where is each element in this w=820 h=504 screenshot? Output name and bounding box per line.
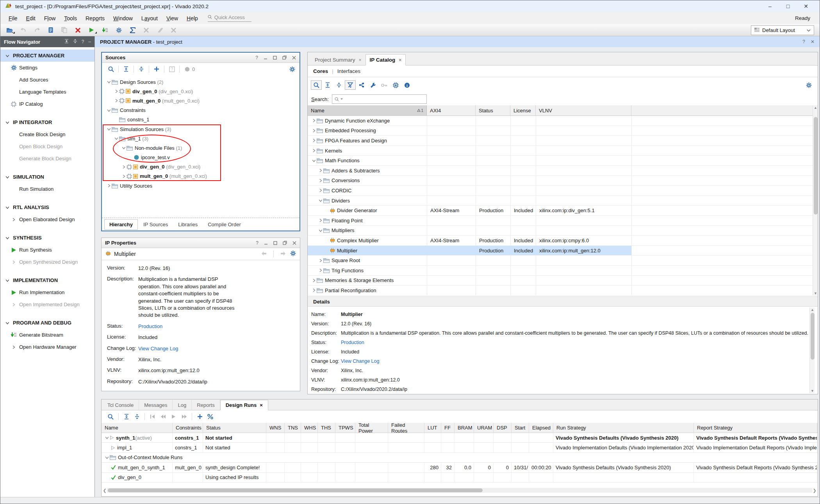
nav-section-ip-integrator[interactable]: IP INTEGRATOR (0, 116, 94, 128)
search-icon[interactable] (311, 80, 322, 90)
catalog-tree-item[interactable]: Floating Point (308, 216, 818, 226)
menu-window[interactable]: Window (109, 15, 137, 21)
tab-hierarchy[interactable]: Hierarchy (104, 219, 138, 230)
nav-section-project-manager[interactable]: PROJECT MANAGER (0, 50, 94, 62)
nav-item-open-implemented-design[interactable]: Open Implemented Design (0, 298, 94, 311)
column-header-start[interactable]: Start (512, 423, 529, 433)
chevron-down-icon[interactable] (121, 146, 127, 150)
menu-help[interactable]: Help (182, 15, 202, 21)
nav-item-create-block-design[interactable]: Create Block Design (0, 128, 94, 140)
horizontal-scrollbar[interactable]: ❮ ❯ (102, 488, 817, 493)
property-value[interactable]: View Change Log (138, 345, 178, 352)
help-icon[interactable]: ? (256, 240, 258, 245)
layout-selector[interactable]: Default Layout (751, 25, 814, 35)
percent-icon[interactable] (205, 412, 216, 421)
nav-item-open-hardware-manager[interactable]: Open Hardware Manager (0, 341, 94, 353)
fast-backward-icon[interactable] (158, 412, 168, 421)
settings-gear-icon[interactable] (290, 250, 296, 257)
column-header-ff[interactable]: FF (441, 423, 455, 433)
create-run-icon[interactable] (194, 412, 205, 421)
undo-icon[interactable] (16, 25, 30, 35)
help-icon[interactable]: ? (82, 39, 84, 44)
minimize-button[interactable]: – (761, 3, 779, 9)
runs-row[interactable]: impl_1constrs_1Not startedVivado Impleme… (102, 443, 818, 453)
catalog-tree-item[interactable]: FPGA Features and Design (308, 136, 818, 146)
chevron-right-icon[interactable] (317, 258, 323, 263)
cancel-run-disabled-icon[interactable] (167, 25, 180, 35)
chevron-down-icon[interactable] (106, 127, 112, 131)
settings-gear-icon[interactable] (112, 25, 126, 35)
nav-item-run-synthesis[interactable]: Run Synthesis (0, 244, 94, 256)
collapse-all-icon[interactable] (121, 65, 131, 73)
tab-messages[interactable]: Messages (139, 400, 173, 410)
nav-item-open-synthesized-design[interactable]: Open Synthesized Design (0, 256, 94, 268)
catalog-tree-item[interactable]: Multipliers (308, 226, 818, 236)
nav-section-rtl-analysis[interactable]: RTL ANALYSIS (0, 201, 94, 213)
run-icon[interactable] (85, 25, 98, 35)
column-header-whs[interactable]: WHS (301, 423, 318, 433)
catalog-tree-item[interactable]: Math Functions (308, 156, 818, 166)
catalog-tree-item[interactable]: Square Root (308, 256, 818, 266)
catalog-tree-item[interactable]: Kernels (308, 146, 818, 156)
column-header-axi4[interactable]: AXI4 (427, 105, 476, 115)
subtab-cores[interactable]: Cores (313, 68, 328, 74)
nav-item-open-block-design[interactable]: Open Block Design (0, 140, 94, 153)
chevron-down-icon[interactable] (317, 198, 323, 203)
catalog-tree-item[interactable]: Conversions (308, 176, 818, 186)
source-tree-item[interactable]: sim_1 (3) (102, 134, 299, 143)
tab-reports[interactable]: Reports (192, 400, 220, 410)
tab-design-runs[interactable]: Design Runs× (220, 400, 268, 410)
nav-item-generate-block-design[interactable]: Generate Block Design (0, 153, 94, 165)
float-icon[interactable] (283, 240, 287, 245)
open-project-icon[interactable] (3, 25, 16, 35)
catalog-tree-item[interactable]: Complex MultiplierAXI4-StreamProductionI… (308, 236, 818, 246)
help-icon[interactable]: ? (802, 39, 805, 44)
column-header-name[interactable]: Name (102, 423, 173, 433)
menu-view[interactable]: View (162, 15, 182, 21)
fast-forward-icon[interactable] (179, 412, 189, 421)
chevron-down-icon[interactable] (106, 80, 112, 84)
source-tree-item[interactable]: ipcore_test.v (102, 153, 299, 162)
chevron-right-icon[interactable] (311, 138, 317, 143)
menu-flow[interactable]: Flow (40, 15, 60, 21)
generate-ip-icon[interactable] (390, 80, 401, 90)
chevron-right-icon[interactable] (311, 128, 317, 133)
column-header-uram[interactable]: URAM (474, 423, 494, 433)
property-value[interactable]: Production (138, 323, 162, 330)
details-value[interactable]: View Change Log (341, 358, 379, 365)
column-header-ths[interactable]: THS (318, 423, 335, 433)
column-header-wns[interactable]: WNS (266, 423, 285, 433)
expand-all-icon[interactable] (333, 80, 344, 90)
pause-disabled-icon[interactable] (153, 25, 167, 35)
column-header-report-strategy[interactable]: Report Strategy (694, 423, 817, 433)
report-sigma-icon[interactable] (126, 25, 139, 35)
runs-row[interactable]: synth_1 (active)constrs_1Not startedViva… (102, 433, 818, 443)
column-header-name[interactable]: Name1 (308, 105, 427, 115)
subtab-interfaces[interactable]: Interfaces (337, 68, 360, 74)
close-icon[interactable] (292, 55, 296, 60)
chevron-right-icon[interactable] (106, 183, 112, 188)
chevron-right-icon[interactable] (311, 148, 317, 153)
redo-icon[interactable] (30, 25, 44, 35)
search-icon[interactable] (105, 412, 116, 421)
source-tree-item[interactable]: Utility Sources (102, 181, 299, 190)
info-icon[interactable]: i (401, 80, 412, 90)
details-value[interactable]: Production (341, 339, 364, 346)
generate-bitstream-icon[interactable]: 0110 (98, 25, 112, 35)
settings-gear-icon[interactable] (803, 80, 814, 90)
catalog-tree-item[interactable]: Adders & Subtracters (308, 166, 818, 176)
source-tree-item[interactable]: constrs_1 (102, 115, 299, 124)
chevron-down-icon[interactable] (106, 108, 112, 113)
chevron-right-icon[interactable] (317, 178, 323, 183)
ip-search-input[interactable] (332, 94, 427, 104)
runs-row[interactable]: div_gen_0Using cached IP results (102, 473, 818, 483)
close-icon[interactable]: ✕ (811, 39, 815, 44)
back-icon[interactable] (261, 251, 267, 257)
source-tree-item[interactable]: mult_gen_0 (mult_gen_0.xci) (102, 172, 299, 181)
chevron-right-icon[interactable] (121, 165, 127, 169)
help-icon[interactable]: ? (255, 55, 258, 60)
column-header-status[interactable]: Status (476, 105, 510, 115)
column-header-vlnv[interactable]: VLNV (536, 105, 631, 115)
column-header-constraints[interactable]: Constraints (173, 423, 203, 433)
column-header-bram[interactable]: BRAM (455, 423, 474, 433)
